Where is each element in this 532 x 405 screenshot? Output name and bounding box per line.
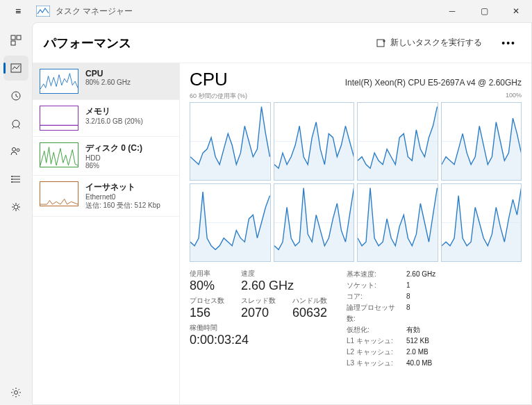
handle-value: 60632 [292, 306, 330, 320]
svg-point-13 [11, 179, 13, 180]
graph-label-right: 100% [506, 92, 522, 101]
thread-label: スレッド数 [241, 296, 279, 306]
detail-model: Intel(R) Xeon(R) CPU E5-2697A v4 @ 2.60G… [345, 78, 522, 88]
svg-marker-26 [358, 107, 438, 180]
l1-value: 512 KB [406, 336, 429, 347]
nav-users[interactable] [3, 139, 28, 164]
close-button[interactable]: ✕ [500, 0, 532, 22]
app-icon [36, 6, 50, 17]
svg-point-7 [13, 148, 16, 151]
resource-list: CPU 80% 2.60 GHz メモリ 3.2/16.0 GB (20%) デ… [33, 63, 180, 404]
svg-point-8 [17, 149, 19, 151]
uptime-label: 稼働時間 [190, 323, 249, 333]
sockets-value: 1 [406, 280, 410, 291]
speed-label: 速度 [241, 269, 294, 279]
base-speed-label: 基本速度: [347, 269, 401, 280]
svg-rect-2 [17, 35, 21, 40]
graph-label-left: 60 秒間の使用率 (%) [190, 92, 247, 101]
cpu-graph-5 [274, 183, 355, 262]
cpu-graph-4 [190, 183, 271, 262]
disk-sub2: 86% [85, 162, 172, 170]
cpu-thumb [40, 69, 78, 94]
sidebar-item-memory[interactable]: メモリ 3.2/16.0 GB (20%) [33, 100, 179, 137]
new-task-button[interactable]: 新しいタスクを実行する [369, 33, 489, 53]
nav-performance[interactable] [3, 56, 28, 81]
svg-point-12 [11, 176, 13, 177]
svg-marker-32 [274, 188, 354, 261]
cores-value: 8 [406, 291, 410, 302]
base-speed-value: 2.60 GHz [406, 269, 435, 280]
sockets-label: ソケット: [347, 280, 401, 291]
sidebar-item-disk[interactable]: ディスク 0 (C:) HDD 86% [33, 137, 179, 176]
svg-point-14 [11, 181, 13, 183]
memory-sub: 3.2/16.0 GB (20%) [85, 117, 172, 125]
minimize-button[interactable]: ─ [436, 0, 468, 22]
nav-history[interactable] [3, 83, 28, 108]
lcpu-value: 8 [406, 302, 410, 324]
new-task-label: 新しいタスクを実行する [390, 37, 482, 49]
page-header: パフォーマンス 新しいタスクを実行する ••• [33, 23, 531, 63]
l2-value: 2.0 MB [406, 347, 429, 358]
cpu-graph-2 [357, 102, 438, 181]
nav-services[interactable] [3, 195, 28, 220]
ethernet-sub: Ethernet0 [85, 193, 172, 201]
app-title: タスク マネージャー [56, 6, 133, 17]
cpu-graph-grid [190, 102, 522, 262]
util-value: 80% [190, 279, 227, 293]
disk-sub: HDD [85, 154, 172, 162]
cpu-sub: 80% 2.60 GHz [85, 78, 172, 86]
uptime-value: 0:00:03:24 [190, 333, 249, 347]
virt-value: 有効 [406, 324, 420, 336]
cpu-graph-6 [357, 183, 438, 262]
ethernet-sub2: 送信: 160 受信: 512 Kbp [85, 201, 172, 210]
memory-thumb [40, 106, 78, 131]
page-title: パフォーマンス [44, 35, 131, 51]
nav-rail [0, 22, 32, 405]
maximize-button[interactable]: ▢ [468, 0, 500, 22]
disk-thumb [40, 142, 78, 167]
ethernet-thumb [40, 181, 78, 206]
nav-details[interactable] [3, 167, 28, 192]
more-button[interactable]: ••• [497, 33, 520, 53]
proc-value: 156 [190, 306, 227, 320]
l3-value: 40.0 MB [406, 358, 432, 369]
l1-label: L1 キャッシュ: [347, 336, 401, 347]
thread-value: 2070 [241, 306, 279, 320]
handle-label: ハンドル数 [292, 296, 330, 306]
svg-marker-36 [442, 188, 522, 261]
cpu-graph-1 [274, 102, 355, 181]
hamburger-icon[interactable]: ≡ [6, 6, 31, 17]
memory-title: メモリ [85, 106, 172, 117]
sidebar-item-ethernet[interactable]: イーサネット Ethernet0 送信: 160 受信: 512 Kbp [33, 176, 179, 217]
cores-label: コア: [347, 291, 401, 302]
speed-value: 2.60 GHz [241, 279, 294, 293]
sidebar-item-cpu[interactable]: CPU 80% 2.60 GHz [33, 63, 179, 100]
ethernet-title: イーサネット [85, 181, 172, 193]
l2-label: L2 キャッシュ: [347, 347, 401, 358]
cpu-title: CPU [85, 69, 172, 78]
svg-point-16 [15, 391, 18, 395]
util-label: 使用率 [190, 269, 227, 279]
proc-label: プロセス数 [190, 296, 227, 306]
lcpu-label: 論理プロセッサ数: [347, 302, 401, 324]
svg-rect-1 [11, 35, 15, 40]
virt-label: 仮想化: [347, 324, 401, 336]
svg-point-6 [13, 120, 19, 127]
cpu-graph-3 [441, 102, 522, 181]
nav-processes[interactable] [3, 28, 28, 53]
cpu-graph-0 [190, 102, 271, 181]
detail-title: CPU [190, 69, 228, 90]
titlebar: ≡ タスク マネージャー ─ ▢ ✕ [0, 0, 532, 22]
detail-panel: CPU Intel(R) Xeon(R) CPU E5-2697A v4 @ 2… [180, 63, 531, 404]
window-buttons: ─ ▢ ✕ [436, 0, 532, 22]
nav-startup[interactable] [3, 111, 28, 136]
l3-label: L3 キャッシュ: [347, 358, 401, 369]
disk-title: ディスク 0 (C:) [85, 142, 172, 154]
svg-rect-3 [11, 41, 15, 45]
nav-settings[interactable] [3, 380, 28, 405]
svg-point-15 [14, 205, 18, 209]
cpu-graph-7 [441, 183, 522, 262]
